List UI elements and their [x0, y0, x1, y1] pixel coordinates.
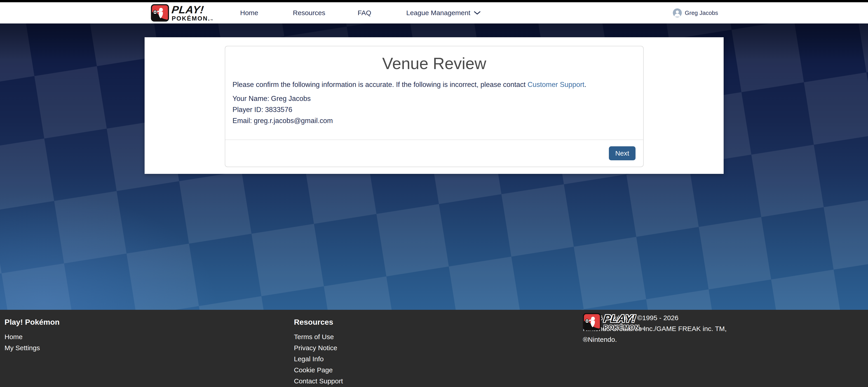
main-navbar: PLAY! POKÉMON.™ Home Resources FAQ Leagu…: [0, 2, 868, 24]
footer-link-cookie-page[interactable]: Cookie Page: [294, 364, 343, 376]
footer-column-resources: Resources Terms of Use Privacy Notice Le…: [294, 310, 343, 387]
player-info: Your Name:Greg Jacobs Player ID:3833576 …: [232, 93, 636, 126]
footer-link-terms-of-use[interactable]: Terms of Use: [294, 331, 343, 342]
page-title: Venue Review: [225, 54, 643, 73]
chevron-down-icon: [473, 9, 481, 17]
play-pokemon-logo[interactable]: PLAY! POKÉMON.™: [151, 4, 213, 22]
field-label: Email:: [232, 117, 252, 125]
pokeball-trainer-badge-icon: [151, 4, 169, 22]
field-label: Player ID:: [232, 106, 263, 114]
field-player-id: Player ID:3833576: [232, 104, 636, 115]
brand-wordmark: PLAY! POKÉMON.™: [172, 4, 213, 22]
footer-heading: Play! Pokémon: [4, 318, 60, 326]
field-value: Greg Jacobs: [271, 95, 311, 102]
intro-prefix: Please confirm the following information…: [232, 80, 528, 89]
intro-suffix: .: [585, 80, 587, 89]
footer-link-home[interactable]: Home: [4, 331, 60, 342]
page: PLAY! POKÉMON.™ Home Resources FAQ Leagu…: [0, 0, 868, 387]
brand-play-text: PLAY!: [171, 4, 214, 15]
venue-review-card: Venue Review Please confirm the followin…: [225, 46, 644, 167]
field-value: 3833576: [265, 106, 292, 114]
nav-item-home[interactable]: Home: [240, 9, 258, 17]
footer-column-legal: PLAY! POKÉMON.™ ©2026 Pokémon. ©1995 - 2…: [583, 310, 726, 345]
footer-play-pokemon-logo: PLAY! POKÉMON.™: [583, 313, 645, 330]
brand-play-text: PLAY!: [603, 313, 646, 324]
user-avatar-icon: [673, 8, 682, 18]
user-name: Greg Jacobs: [685, 9, 718, 17]
pokeball-trainer-badge-icon: [583, 313, 601, 330]
footer-heading: Resources: [294, 318, 343, 326]
confirmation-text: Please confirm the following information…: [232, 80, 636, 89]
site-footer: Play! Pokémon Home My Settings Resources…: [0, 310, 868, 387]
field-label: Your Name:: [232, 95, 269, 102]
nav-item-faq[interactable]: FAQ: [358, 9, 371, 17]
brand-pokemon-text: POKÉMON.™: [604, 324, 645, 330]
footer-link-privacy-notice[interactable]: Privacy Notice: [294, 342, 343, 353]
field-email: Email:greg.r.jacobs@gmail.com: [232, 115, 636, 126]
field-value: greg.r.jacobs@gmail.com: [254, 117, 333, 125]
brand-pokemon-text: POKÉMON.™: [172, 15, 213, 22]
brand-wordmark: PLAY! POKÉMON.™: [604, 313, 645, 330]
field-your-name: Your Name:Greg Jacobs: [232, 93, 636, 104]
footer-link-legal-info[interactable]: Legal Info: [294, 353, 343, 364]
customer-support-link[interactable]: Customer Support: [528, 80, 585, 89]
copyright-line: ®Nintendo.: [583, 334, 726, 345]
nav-item-league-management[interactable]: League Management: [406, 9, 481, 17]
content-panel: Venue Review Please confirm the followin…: [145, 37, 724, 174]
footer-column-play-pokemon: Play! Pokémon Home My Settings: [4, 310, 60, 353]
next-button[interactable]: Next: [609, 146, 636, 160]
trademark-symbol: ™: [642, 328, 645, 331]
card-action-bar: Next: [225, 139, 643, 167]
user-menu[interactable]: Greg Jacobs: [673, 8, 718, 18]
top-black-strip: [0, 0, 868, 2]
trademark-symbol: ™: [210, 19, 213, 22]
footer-link-contact-support[interactable]: Contact Support: [294, 376, 343, 387]
nav-item-resources[interactable]: Resources: [293, 9, 325, 17]
footer-link-my-settings[interactable]: My Settings: [4, 342, 60, 353]
